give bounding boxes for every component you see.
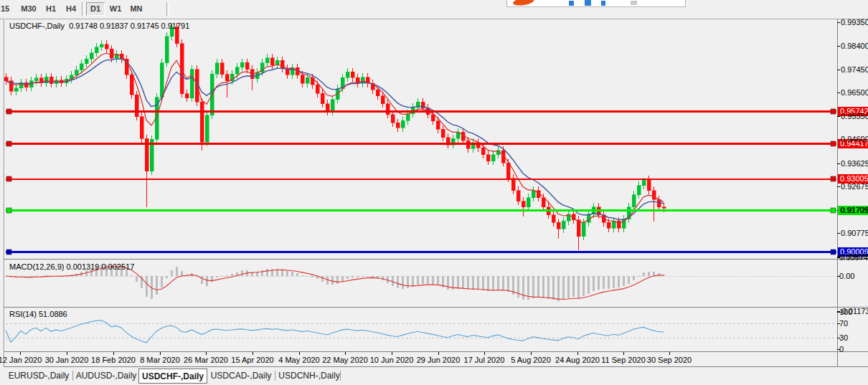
macd-histogram-bar (542, 276, 544, 298)
candle (200, 102, 204, 142)
line-handle[interactable] (6, 109, 11, 114)
candle (652, 191, 656, 200)
macd-histogram-bar (221, 276, 223, 277)
macd-histogram-bar (306, 276, 308, 277)
candle (647, 180, 651, 191)
line-handle[interactable] (6, 141, 11, 146)
macd-histogram-bar (532, 276, 534, 298)
tab-usdcnhdaily[interactable]: USDCNH-,Daily (277, 369, 341, 383)
candle (130, 75, 133, 95)
date-axis-label: 18 Feb 2020 (91, 356, 136, 364)
macd-histogram-bar (181, 271, 183, 276)
line-handle[interactable] (831, 249, 836, 255)
candle (516, 191, 520, 201)
price-axis-tick: 0.90775 (841, 229, 868, 237)
candle (225, 75, 229, 81)
macd-histogram-bar (382, 276, 384, 280)
macd-histogram-bar (281, 270, 283, 276)
macd-histogram-bar (346, 276, 349, 279)
candle (220, 63, 224, 75)
candle (642, 180, 646, 186)
candle (105, 44, 108, 49)
price-axis-tick: 0.98400 (841, 42, 868, 50)
line-handle[interactable] (6, 249, 11, 255)
macd-histogram-bar (397, 276, 399, 288)
macd-histogram-bar (482, 276, 484, 290)
candle (306, 77, 309, 83)
candle (14, 88, 18, 91)
line-handle[interactable] (6, 176, 11, 181)
macd-histogram-bar (588, 276, 590, 294)
macd-histogram-bar (628, 276, 630, 284)
price-axis-tick: 0.95550 (841, 113, 868, 120)
candle (165, 37, 169, 63)
macd-histogram-bar (301, 275, 303, 276)
macd-histogram-bar (321, 276, 324, 282)
line-handle[interactable] (831, 109, 836, 114)
candle (662, 207, 666, 209)
candle (351, 72, 354, 77)
symbol-name: USDCHF-,Daily (9, 22, 65, 30)
candle (270, 58, 274, 65)
price-axis-tick: 0.96500 (841, 89, 868, 97)
line-handle[interactable] (6, 208, 11, 213)
macd-histogram-bar (131, 275, 133, 276)
macd-histogram-bar (241, 270, 243, 276)
tab-usdcaddaily[interactable]: USDCAD-,Daily (209, 369, 273, 383)
macd-histogram-bar (467, 276, 469, 290)
date-axis-label: 11 Sep 2020 (601, 356, 646, 364)
price-axis-tick: 0.99350 (841, 19, 868, 27)
macd-histogram-bar (582, 276, 585, 296)
price-axis-tick: 0.92675 (841, 183, 868, 191)
candle (522, 201, 525, 207)
macd-histogram-bar (437, 276, 439, 285)
tab-usdchfdaily[interactable]: USDCHF-,Daily (138, 369, 207, 384)
candle (245, 62, 249, 70)
macd-histogram-bar (593, 276, 595, 291)
macd-histogram-bar (166, 276, 168, 278)
candle (110, 49, 113, 58)
date-axis-label: 29 Jun 2020 (417, 356, 461, 364)
tab-eurusddaily[interactable]: EURUSD-,Daily (6, 369, 72, 383)
macd-histogram-bar (126, 270, 128, 276)
candle (49, 77, 53, 84)
candle (301, 75, 304, 83)
candle (160, 63, 164, 98)
candle (215, 63, 219, 74)
macd-histogram-bar (291, 272, 293, 276)
macd-histogram-bar (286, 271, 288, 276)
candle (562, 221, 565, 229)
candle (265, 58, 269, 63)
price-axis-tick: 0.91725 (841, 206, 868, 214)
rsi-axis-tick: 0 (839, 346, 844, 353)
macd-histogram-bar (417, 276, 419, 285)
date-axis-label: 15 Apr 2020 (231, 356, 273, 364)
candle (326, 104, 329, 112)
macd-histogram-bar (226, 275, 228, 276)
candle (75, 70, 78, 75)
line-handle[interactable] (831, 176, 836, 181)
candle (481, 148, 485, 154)
candle (95, 47, 98, 53)
macd-histogram-bar (497, 276, 499, 290)
tab-audusddaily[interactable]: AUDUSD-,Daily (75, 369, 138, 383)
macd-axis-tick: 0.00 (839, 272, 854, 280)
chart-canvas[interactable] (0, 0, 868, 385)
candle (135, 95, 138, 116)
macd-histogram-bar (608, 276, 610, 289)
date-axis-label: 30 Jan 2020 (45, 356, 89, 364)
line-handle[interactable] (831, 141, 836, 146)
macd-histogram-bar (577, 276, 580, 298)
macd-histogram-bar (216, 276, 218, 277)
symbol-tab-bar: EURUSD-,DailyAUDUSD-,DailyUSDCHF-,DailyU… (0, 367, 868, 385)
candle (346, 72, 349, 77)
macd-histogram-bar (522, 276, 524, 300)
line-handle[interactable] (831, 208, 836, 213)
macd-histogram-bar (171, 270, 173, 276)
date-axis-label: 24 Aug 2020 (555, 356, 600, 364)
candle (34, 78, 38, 81)
macd-histogram-bar (567, 276, 570, 298)
date-axis-label: 17 Jul 2020 (464, 356, 505, 364)
macd-histogram-bar (362, 276, 364, 277)
date-axis-label: 8 Mar 2020 (140, 356, 180, 364)
